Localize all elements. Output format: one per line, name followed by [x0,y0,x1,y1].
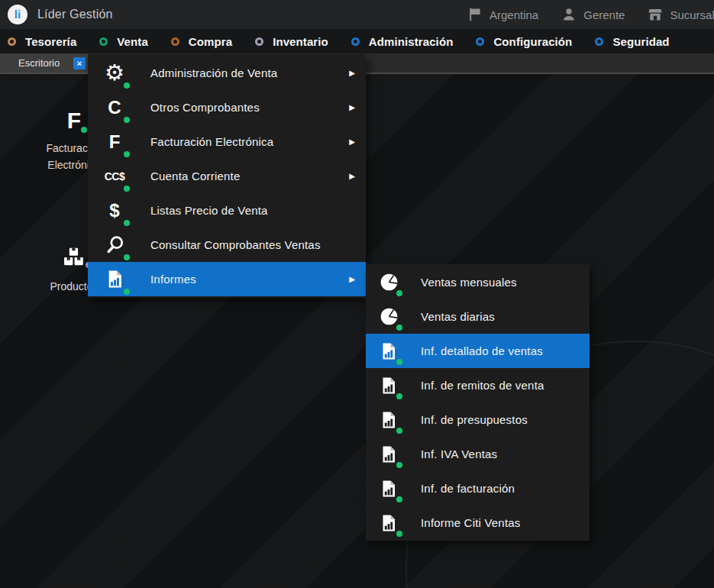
gear-icon: ⚙ [101,60,128,87]
submenu-item-inf-de-remitos-de-venta[interactable]: Inf. de remitos de venta [366,368,590,402]
menu-ring-icon [476,37,484,46]
app-title: Líder Gestión [37,8,113,21]
letter-f-icon: F [67,109,81,132]
submenu-arrow-icon: ▶ [349,69,355,77]
green-status-dot [396,325,402,331]
submenu-arrow-icon: ▶ [349,103,355,111]
tab-close-icon[interactable]: × [73,57,86,69]
green-status-dot [124,220,130,226]
app-window: F Facturación Electrónica Productos [0,0,714,588]
country-selector[interactable]: Argentina [467,7,538,22]
menu-inventario[interactable]: Inventario [255,35,328,48]
menu-item-administracion-de-venta[interactable]: ⚙ Administración de Venta ▶ [88,56,366,90]
pie-chart-icon [376,305,401,329]
report-icon [376,339,401,363]
green-status-dot [396,496,402,502]
green-status-dot [396,428,402,434]
menu-item-informes[interactable]: Informes ▶ [88,262,366,296]
country-label: Argentina [489,8,538,21]
user-icon [561,7,577,22]
report-icon [101,266,128,293]
menu-tesoreria[interactable]: Tesorería [8,35,76,48]
submenu-arrow-icon: ▶ [349,137,355,146]
green-status-dot [124,186,130,192]
submenu-item-inf-de-facturacion[interactable]: Inf. de facturación [366,471,590,506]
menu-item-otros-comprobantes[interactable]: C Otros Comprobantes ▶ [88,90,366,124]
menu-compra[interactable]: Compra [171,35,232,48]
submenu-item-ventas-mensuales[interactable]: Ventas mensuales [366,265,590,299]
report-icon [376,477,401,501]
boxes-icon [63,247,86,267]
green-status-dot [124,117,130,123]
green-status-dot [396,393,402,399]
search-icon [101,231,128,259]
submenu-item-inf-de-presupuestos[interactable]: Inf. de presupuestos [366,402,590,437]
menu-ring-icon [351,37,360,46]
green-status-dot [396,359,402,365]
title-bar: li Líder Gestión Argentina [0,0,714,29]
letter-c-icon: C [101,94,128,121]
menu-item-listas-precio-de-venta[interactable]: $ Listas Precio de Venta [88,193,366,228]
green-status-dot [396,290,402,296]
menu-venta[interactable]: Venta [99,35,148,48]
report-icon [376,373,401,398]
venta-dropdown-menu: ⚙ Administración de Venta ▶ C Otros Comp… [88,54,366,298]
green-status-dot [396,462,402,468]
dollar-icon: $ [101,197,128,225]
user-role-selector[interactable]: Gerente [561,7,625,22]
submenu-item-ventas-diarias[interactable]: Ventas diarias [366,299,590,334]
menu-item-facturacion-electronica[interactable]: F Facturación Electrónica ▶ [88,124,366,159]
green-status-dot [124,289,130,295]
submenu-arrow-icon: ▶ [349,172,355,180]
menu-configuracion[interactable]: Configuración [476,35,572,48]
pie-chart-icon [376,270,401,295]
informes-submenu: Ventas mensuales Ventas diarias [366,264,590,541]
green-status-dot [81,127,87,133]
green-status-dot [124,254,130,260]
menu-ring-icon [8,37,16,46]
titlebar-status-group: Argentina Gerente [467,0,714,29]
menu-ring-icon [99,37,108,46]
app-logo-icon: li [8,5,27,24]
menu-seguridad[interactable]: Seguridad [595,35,669,48]
green-status-dot [124,82,130,89]
branch-selector[interactable]: Sucursal [648,7,714,22]
tab-escritorio[interactable]: Escritorio × [0,53,88,73]
submenu-item-inf-detallado-de-ventas[interactable]: Inf. detallado de ventas [366,334,590,368]
submenu-arrow-icon: ▶ [349,275,355,283]
tab-label: Escritorio [18,57,60,69]
flag-icon [467,7,483,22]
menu-administracion[interactable]: Administración [351,35,454,48]
branch-label: Sucursal [670,8,714,21]
menu-ring-icon [171,37,179,46]
menu-item-cuenta-corriente[interactable]: CC$ Cuenta Corriente ▶ [88,159,366,193]
report-icon [376,511,401,535]
menu-item-consultar-comprobantes-ventas[interactable]: Consultar Comprobantes Ventas [88,228,366,262]
store-icon [648,7,663,22]
report-icon [376,408,401,432]
letter-f-icon: F [101,128,128,156]
user-role-label: Gerente [583,8,625,21]
report-icon [376,442,401,467]
submenu-item-inf-iva-ventas[interactable]: Inf. IVA Ventas [366,437,590,471]
cuenta-corriente-icon: CC$ [101,163,128,190]
green-status-dot [124,151,130,157]
menu-ring-icon [255,37,263,46]
green-status-dot [396,531,402,537]
menu-ring-icon [595,37,603,46]
main-menu-bar: Tesorería Venta Compra Inventario Admini… [0,29,714,53]
submenu-item-informe-citi-ventas[interactable]: Informe Citi Ventas [366,506,590,540]
